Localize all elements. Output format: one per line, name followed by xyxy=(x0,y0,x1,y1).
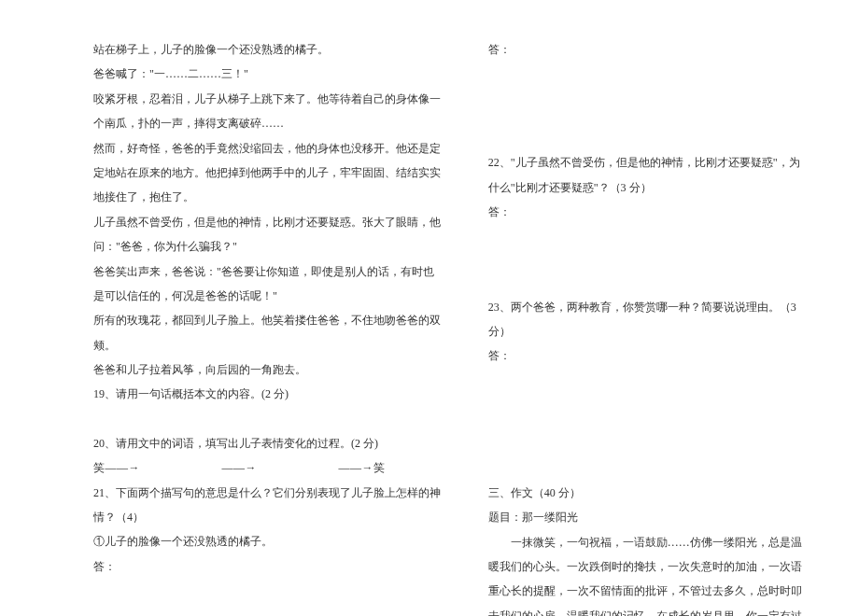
story-paragraph: 爸爸笑出声来，爸爸说："爸爸要让你知道，即使是别人的话，有时也是可以信任的，何况… xyxy=(93,259,442,309)
document-columns: 站在梯子上，儿子的脸像一个还没熟透的橘子。 爸爸喊了："一……二……三！" 咬紧… xyxy=(93,37,803,579)
question-23: 23、两个爸爸，两种教育，你赞赏哪一种？简要说说理由。（3 分） xyxy=(488,295,803,344)
story-paragraph: 站在梯子上，儿子的脸像一个还没熟透的橘子。 xyxy=(93,37,442,62)
story-paragraph: 儿子虽然不曾受伤，但是他的神情，比刚才还要疑惑。张大了眼睛，他问："爸爸，你为什… xyxy=(93,210,442,259)
question-21: 21、下面两个描写句的意思是什么？它们分别表现了儿子脸上怎样的神情？（4） xyxy=(93,481,442,530)
left-column: 站在梯子上，儿子的脸像一个还没熟透的橘子。 爸爸喊了："一……二……三！" 咬紧… xyxy=(93,37,442,579)
question-21-option-a: ①儿子的脸像一个还没熟透的橘子。 xyxy=(93,529,442,553)
story-paragraph: 所有的玫瑰花，都回到儿子脸上。他笑着搂住爸爸，不住地吻爸爸的双颊。 xyxy=(93,308,442,357)
question-22: 22、"儿子虽然不曾受伤，但是他的神情，比刚才还要疑惑"，为什么"比刚才还要疑惑… xyxy=(488,150,803,200)
question-20: 20、请用文中的词语，填写出儿子表情变化的过程。(2 分) xyxy=(93,431,442,455)
story-paragraph: 咬紧牙根，忍着泪，儿子从梯子上跳下来了。他等待着自己的身体像一个南瓜，扑的一声，… xyxy=(93,87,442,136)
answer-label: 答： xyxy=(488,200,803,224)
right-column: 答： 22、"儿子虽然不曾受伤，但是他的神情，比刚才还要疑惑"，为什么"比刚才还… xyxy=(488,37,803,579)
question-20-arrows: 笑——→ ——→ ——→笑 xyxy=(93,455,442,480)
essay-title: 题目：那一缕阳光 xyxy=(488,505,803,529)
answer-label: 答： xyxy=(93,554,442,579)
answer-label: 答： xyxy=(488,37,803,62)
answer-label: 答： xyxy=(488,343,803,368)
essay-prompt: 一抹微笑，一句祝福，一语鼓励……仿佛一缕阳光，总是温暖我们的心头。一次跌倒时的搀… xyxy=(488,530,803,616)
question-19: 19、请用一句话概括本文的内容。(2 分) xyxy=(93,382,442,406)
section-3-heading: 三、作文（40 分） xyxy=(488,481,803,505)
story-paragraph: 爸爸和儿子拉着风筝，向后园的一角跑去。 xyxy=(93,357,442,382)
story-paragraph: 然而，好奇怪，爸爸的手竟然没缩回去，他的身体也没移开。他还是定定地站在原来的地方… xyxy=(93,136,442,210)
story-paragraph: 爸爸喊了："一……二……三！" xyxy=(93,62,442,86)
